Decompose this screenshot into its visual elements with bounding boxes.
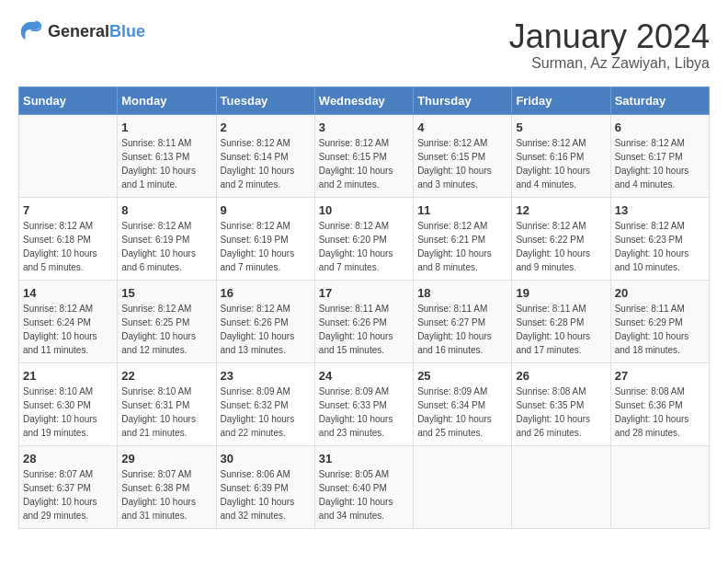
day-info: Sunrise: 8:12 AMSunset: 6:15 PMDaylight:… bbox=[417, 136, 507, 191]
header-day-saturday: Saturday bbox=[610, 86, 709, 114]
day-info: Sunrise: 8:08 AMSunset: 6:36 PMDaylight:… bbox=[615, 385, 705, 440]
day-number: 9 bbox=[221, 203, 311, 217]
week-row-1: 1Sunrise: 8:11 AMSunset: 6:13 PMDaylight… bbox=[19, 114, 710, 197]
day-info: Sunrise: 8:12 AMSunset: 6:16 PMDaylight:… bbox=[516, 136, 606, 191]
day-info: Sunrise: 8:09 AMSunset: 6:33 PMDaylight:… bbox=[319, 385, 409, 440]
day-info: Sunrise: 8:07 AMSunset: 6:37 PMDaylight:… bbox=[23, 467, 113, 523]
day-info: Sunrise: 8:07 AMSunset: 6:38 PMDaylight:… bbox=[121, 467, 211, 523]
calendar-cell: 18Sunrise: 8:11 AMSunset: 6:27 PMDayligh… bbox=[414, 280, 512, 362]
page-header: GeneralBlue January 2024 Surman, Az Zawi… bbox=[18, 18, 710, 72]
day-number: 28 bbox=[23, 452, 113, 465]
day-info: Sunrise: 8:12 AMSunset: 6:26 PMDaylight:… bbox=[221, 302, 311, 357]
day-info: Sunrise: 8:10 AMSunset: 6:30 PMDaylight:… bbox=[23, 385, 113, 440]
day-number: 29 bbox=[121, 452, 211, 465]
week-row-2: 7Sunrise: 8:12 AMSunset: 6:18 PMDaylight… bbox=[19, 197, 710, 280]
day-info: Sunrise: 8:09 AMSunset: 6:34 PMDaylight:… bbox=[417, 385, 507, 440]
day-info: Sunrise: 8:11 AMSunset: 6:27 PMDaylight:… bbox=[417, 302, 507, 357]
header-row: SundayMondayTuesdayWednesdayThursdayFrid… bbox=[19, 86, 710, 114]
day-number: 26 bbox=[516, 369, 606, 383]
day-info: Sunrise: 8:12 AMSunset: 6:19 PMDaylight:… bbox=[121, 219, 211, 274]
day-number: 12 bbox=[516, 203, 606, 217]
header-day-thursday: Thursday bbox=[414, 86, 512, 114]
logo: GeneralBlue bbox=[18, 18, 145, 44]
day-info: Sunrise: 8:12 AMSunset: 6:15 PMDaylight:… bbox=[319, 136, 409, 191]
calendar-table: SundayMondayTuesdayWednesdayThursdayFrid… bbox=[18, 86, 710, 529]
day-info: Sunrise: 8:12 AMSunset: 6:17 PMDaylight:… bbox=[615, 136, 705, 191]
calendar-cell: 7Sunrise: 8:12 AMSunset: 6:18 PMDaylight… bbox=[19, 197, 118, 280]
day-number: 23 bbox=[221, 369, 311, 383]
calendar-cell: 4Sunrise: 8:12 AMSunset: 6:15 PMDaylight… bbox=[414, 114, 512, 197]
day-info: Sunrise: 8:12 AMSunset: 6:21 PMDaylight:… bbox=[417, 219, 507, 274]
day-info: Sunrise: 8:12 AMSunset: 6:14 PMDaylight:… bbox=[221, 136, 311, 191]
calendar-cell: 11Sunrise: 8:12 AMSunset: 6:21 PMDayligh… bbox=[414, 197, 512, 280]
day-info: Sunrise: 8:12 AMSunset: 6:22 PMDaylight:… bbox=[516, 219, 606, 274]
calendar-cell bbox=[414, 445, 512, 528]
calendar-cell: 28Sunrise: 8:07 AMSunset: 6:37 PMDayligh… bbox=[19, 445, 118, 528]
day-number: 14 bbox=[23, 286, 113, 300]
week-row-5: 28Sunrise: 8:07 AMSunset: 6:37 PMDayligh… bbox=[19, 445, 710, 528]
calendar-cell: 29Sunrise: 8:07 AMSunset: 6:38 PMDayligh… bbox=[118, 445, 216, 528]
day-number: 3 bbox=[319, 121, 409, 134]
day-info: Sunrise: 8:11 AMSunset: 6:29 PMDaylight:… bbox=[615, 302, 705, 357]
day-number: 16 bbox=[221, 286, 311, 300]
calendar-cell: 6Sunrise: 8:12 AMSunset: 6:17 PMDaylight… bbox=[610, 114, 709, 197]
day-info: Sunrise: 8:06 AMSunset: 6:39 PMDaylight:… bbox=[221, 467, 311, 523]
day-info: Sunrise: 8:12 AMSunset: 6:25 PMDaylight:… bbox=[121, 302, 211, 357]
day-number: 18 bbox=[417, 286, 507, 300]
calendar-cell: 22Sunrise: 8:10 AMSunset: 6:31 PMDayligh… bbox=[118, 362, 216, 445]
day-number: 21 bbox=[23, 369, 113, 383]
calendar-cell: 15Sunrise: 8:12 AMSunset: 6:25 PMDayligh… bbox=[118, 280, 216, 362]
day-number: 2 bbox=[221, 121, 311, 134]
calendar-cell: 14Sunrise: 8:12 AMSunset: 6:24 PMDayligh… bbox=[19, 280, 118, 362]
day-info: Sunrise: 8:11 AMSunset: 6:13 PMDaylight:… bbox=[121, 136, 211, 191]
calendar-cell: 16Sunrise: 8:12 AMSunset: 6:26 PMDayligh… bbox=[216, 280, 314, 362]
calendar-cell: 30Sunrise: 8:06 AMSunset: 6:39 PMDayligh… bbox=[216, 445, 314, 528]
calendar-cell bbox=[19, 114, 118, 197]
day-number: 27 bbox=[615, 369, 705, 383]
calendar-cell: 12Sunrise: 8:12 AMSunset: 6:22 PMDayligh… bbox=[512, 197, 610, 280]
header-day-wednesday: Wednesday bbox=[314, 86, 413, 114]
logo-text: GeneralBlue bbox=[48, 23, 145, 40]
calendar-cell: 13Sunrise: 8:12 AMSunset: 6:23 PMDayligh… bbox=[610, 197, 709, 280]
day-info: Sunrise: 8:12 AMSunset: 6:20 PMDaylight:… bbox=[319, 219, 409, 274]
calendar-cell: 3Sunrise: 8:12 AMSunset: 6:15 PMDaylight… bbox=[314, 114, 413, 197]
day-info: Sunrise: 8:08 AMSunset: 6:35 PMDaylight:… bbox=[516, 385, 606, 440]
day-info: Sunrise: 8:05 AMSunset: 6:40 PMDaylight:… bbox=[319, 467, 409, 523]
calendar-cell: 20Sunrise: 8:11 AMSunset: 6:29 PMDayligh… bbox=[610, 280, 709, 362]
header-day-friday: Friday bbox=[512, 86, 610, 114]
header-day-tuesday: Tuesday bbox=[216, 86, 314, 114]
day-number: 19 bbox=[516, 286, 606, 300]
day-number: 8 bbox=[121, 203, 211, 217]
day-number: 5 bbox=[516, 121, 606, 134]
day-number: 7 bbox=[23, 203, 113, 217]
location-title: Surman, Az Zawiyah, Libya bbox=[509, 55, 710, 72]
day-number: 6 bbox=[615, 121, 705, 134]
day-info: Sunrise: 8:10 AMSunset: 6:31 PMDaylight:… bbox=[121, 385, 211, 440]
calendar-cell: 5Sunrise: 8:12 AMSunset: 6:16 PMDaylight… bbox=[512, 114, 610, 197]
day-number: 17 bbox=[319, 286, 409, 300]
calendar-cell: 8Sunrise: 8:12 AMSunset: 6:19 PMDaylight… bbox=[118, 197, 216, 280]
week-row-4: 21Sunrise: 8:10 AMSunset: 6:30 PMDayligh… bbox=[19, 362, 710, 445]
calendar-cell: 23Sunrise: 8:09 AMSunset: 6:32 PMDayligh… bbox=[216, 362, 314, 445]
calendar-cell: 2Sunrise: 8:12 AMSunset: 6:14 PMDaylight… bbox=[216, 114, 314, 197]
week-row-3: 14Sunrise: 8:12 AMSunset: 6:24 PMDayligh… bbox=[19, 280, 710, 362]
calendar-cell: 9Sunrise: 8:12 AMSunset: 6:19 PMDaylight… bbox=[216, 197, 314, 280]
calendar-cell: 10Sunrise: 8:12 AMSunset: 6:20 PMDayligh… bbox=[314, 197, 413, 280]
day-number: 30 bbox=[221, 452, 311, 465]
day-info: Sunrise: 8:12 AMSunset: 6:24 PMDaylight:… bbox=[23, 302, 113, 357]
logo-icon bbox=[18, 18, 44, 44]
day-info: Sunrise: 8:11 AMSunset: 6:26 PMDaylight:… bbox=[319, 302, 409, 357]
day-info: Sunrise: 8:12 AMSunset: 6:18 PMDaylight:… bbox=[23, 219, 113, 274]
day-number: 22 bbox=[121, 369, 211, 383]
header-day-monday: Monday bbox=[118, 86, 216, 114]
calendar-cell: 26Sunrise: 8:08 AMSunset: 6:35 PMDayligh… bbox=[512, 362, 610, 445]
day-number: 10 bbox=[319, 203, 409, 217]
calendar-cell: 27Sunrise: 8:08 AMSunset: 6:36 PMDayligh… bbox=[610, 362, 709, 445]
calendar-cell: 1Sunrise: 8:11 AMSunset: 6:13 PMDaylight… bbox=[118, 114, 216, 197]
day-number: 13 bbox=[615, 203, 705, 217]
day-number: 25 bbox=[417, 369, 507, 383]
day-number: 15 bbox=[121, 286, 211, 300]
day-info: Sunrise: 8:09 AMSunset: 6:32 PMDaylight:… bbox=[221, 385, 311, 440]
month-title: January 2024 bbox=[509, 18, 710, 55]
calendar-cell: 21Sunrise: 8:10 AMSunset: 6:30 PMDayligh… bbox=[19, 362, 118, 445]
